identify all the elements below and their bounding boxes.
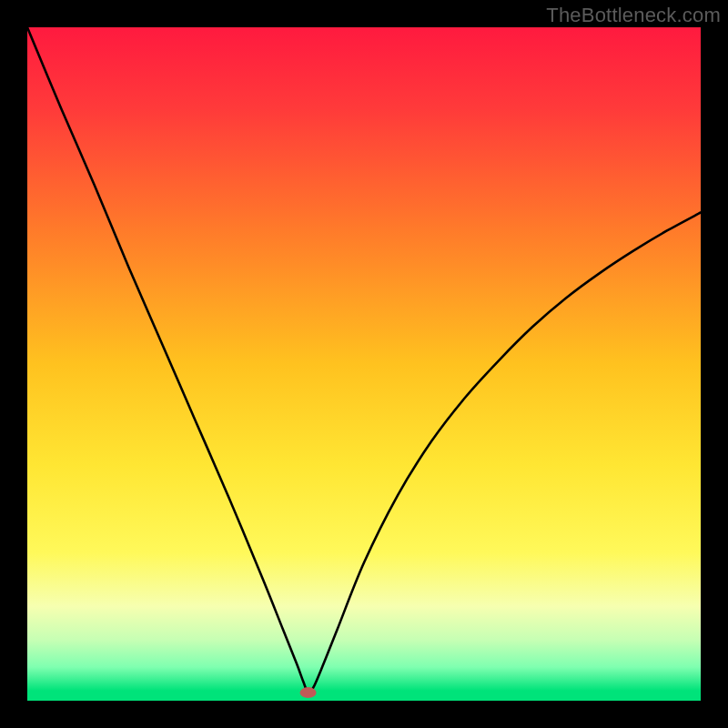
outer-frame: TheBottleneck.com: [0, 0, 728, 728]
watermark-text: TheBottleneck.com: [546, 4, 721, 27]
chart-svg: [27, 27, 701, 701]
gradient-background: [27, 27, 701, 701]
plot-area: [27, 27, 701, 701]
optimal-point-marker: [300, 687, 317, 698]
